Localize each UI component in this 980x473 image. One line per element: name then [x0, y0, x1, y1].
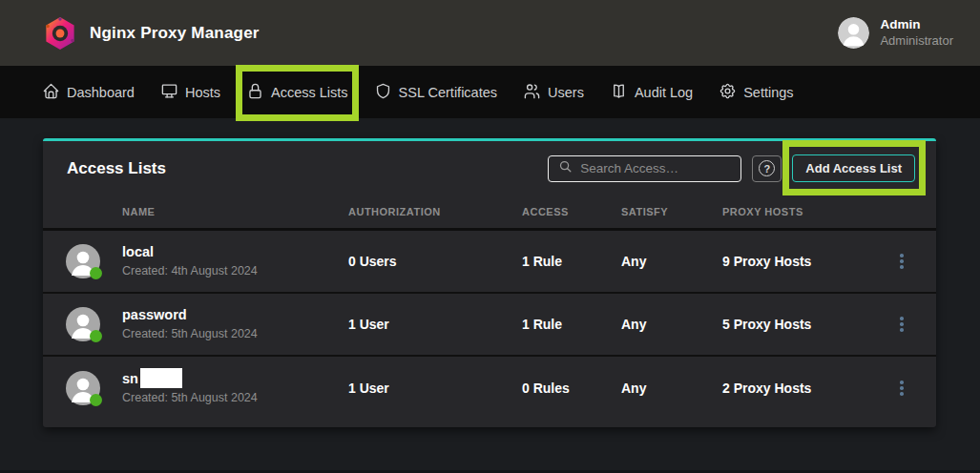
- app-header: Nginx Proxy Manager Admin Administrator: [0, 0, 980, 66]
- panel-actions: ? Add Access List: [548, 154, 915, 182]
- search-icon: [558, 159, 573, 177]
- user-menu[interactable]: Admin Administrator: [838, 17, 953, 49]
- access-list-name: local: [122, 242, 348, 262]
- satisfy-value: Any: [621, 317, 722, 332]
- help-button[interactable]: ?: [752, 155, 782, 182]
- access-list-name: password: [122, 305, 348, 325]
- page-title: Access Lists: [67, 159, 166, 178]
- nav-item-dashboard[interactable]: Dashboard: [42, 82, 135, 103]
- column-header-name: Name: [122, 206, 348, 217]
- shield-icon: [374, 82, 392, 103]
- add-access-list-annotation: Add Access List: [792, 154, 915, 182]
- satisfy-value: Any: [621, 380, 722, 396]
- add-access-list-button[interactable]: Add Access List: [792, 154, 915, 182]
- authorization-value: 1 User: [348, 317, 522, 332]
- access-value: 1 Rule: [522, 317, 621, 332]
- row-avatar: [66, 244, 100, 278]
- brand: Nginx Proxy Manager: [44, 16, 260, 51]
- row-name-cell: sn Created: 5th August 2024: [122, 369, 348, 406]
- column-header-access: Access: [522, 206, 621, 217]
- panel-header: Access Lists ? Add Access List: [43, 141, 936, 195]
- nav-item-users[interactable]: Users: [523, 82, 584, 103]
- nav-item-ssl-certificates[interactable]: SSL Certificates: [374, 82, 497, 103]
- nav-item-access-lists[interactable]: Access Lists: [246, 82, 348, 103]
- row-avatar: [66, 307, 100, 341]
- row-name-cell: local Created: 4th August 2024: [122, 242, 348, 279]
- satisfy-value: Any: [621, 254, 722, 269]
- nav-item-label: Hosts: [185, 85, 220, 100]
- status-online-dot: [90, 330, 102, 342]
- nav-item-label: Settings: [743, 85, 793, 100]
- access-list-created: Created: 5th August 2024: [122, 325, 348, 342]
- user-role: Administrator: [880, 33, 953, 49]
- nav-item-audit-log[interactable]: Audit Log: [610, 82, 693, 103]
- authorization-value: 0 Users: [348, 254, 522, 269]
- status-online-dot: [90, 267, 102, 279]
- access-value: 0 Rules: [522, 380, 621, 396]
- question-mark-icon: ?: [759, 160, 775, 176]
- search-box[interactable]: [548, 155, 741, 182]
- column-header-authorization: Authorization: [348, 206, 522, 217]
- gear-icon: [719, 82, 737, 103]
- monitor-icon: [160, 82, 178, 103]
- access-list-created: Created: 5th August 2024: [122, 389, 348, 406]
- nav-item-label: Dashboard: [67, 85, 135, 100]
- user-meta: Admin Administrator: [880, 17, 953, 49]
- nav-item-label: Access Lists: [271, 85, 348, 100]
- redaction-box: [140, 368, 182, 388]
- search-input[interactable]: [580, 161, 731, 175]
- table-row: local Created: 4th August 2024 0 Users 1…: [43, 231, 936, 294]
- user-avatar: [838, 17, 869, 49]
- row-actions-kebab-icon[interactable]: [890, 374, 913, 402]
- proxy-hosts-value: 2 Proxy Hosts: [722, 380, 871, 396]
- access-list-name: sn: [122, 369, 348, 389]
- lock-icon: [246, 82, 264, 103]
- row-actions-kebab-icon[interactable]: [890, 247, 913, 276]
- nav-item-label: Users: [548, 85, 584, 100]
- column-header-satisfy: Satisfy: [621, 206, 722, 217]
- home-icon: [42, 82, 60, 103]
- access-list-created: Created: 4th August 2024: [122, 262, 348, 279]
- users-icon: [523, 82, 541, 103]
- row-name-cell: password Created: 5th August 2024: [122, 305, 348, 342]
- access-value: 1 Rule: [522, 254, 621, 269]
- main-content: Access Lists ? Add Access List: [0, 118, 980, 427]
- row-actions-kebab-icon[interactable]: [890, 310, 913, 339]
- app-logo-icon: [44, 16, 76, 51]
- proxy-hosts-value: 9 Proxy Hosts: [722, 254, 871, 269]
- book-icon: [610, 82, 628, 103]
- status-online-dot: [90, 394, 102, 406]
- nav-item-settings[interactable]: Settings: [719, 82, 793, 103]
- table-row: password Created: 5th August 2024 1 User…: [43, 294, 936, 357]
- table-row: sn Created: 5th August 2024 1 User 0 Rul…: [43, 357, 936, 420]
- nav-item-label: SSL Certificates: [399, 85, 497, 100]
- nav-item-label: Audit Log: [635, 85, 693, 100]
- access-lists-panel: Access Lists ? Add Access List: [43, 138, 936, 427]
- main-nav: Dashboard Hosts Access Lists SSL Certifi…: [0, 66, 980, 118]
- column-header-proxy-hosts: Proxy Hosts: [722, 206, 871, 217]
- user-name: Admin: [880, 17, 953, 33]
- app-title: Nginx Proxy Manager: [90, 24, 260, 43]
- authorization-value: 1 User: [348, 380, 522, 396]
- row-avatar: [66, 371, 100, 405]
- proxy-hosts-value: 5 Proxy Hosts: [722, 317, 871, 332]
- table-header: Name Authorization Access Satisfy Proxy …: [43, 195, 936, 231]
- nav-item-hosts[interactable]: Hosts: [160, 82, 220, 103]
